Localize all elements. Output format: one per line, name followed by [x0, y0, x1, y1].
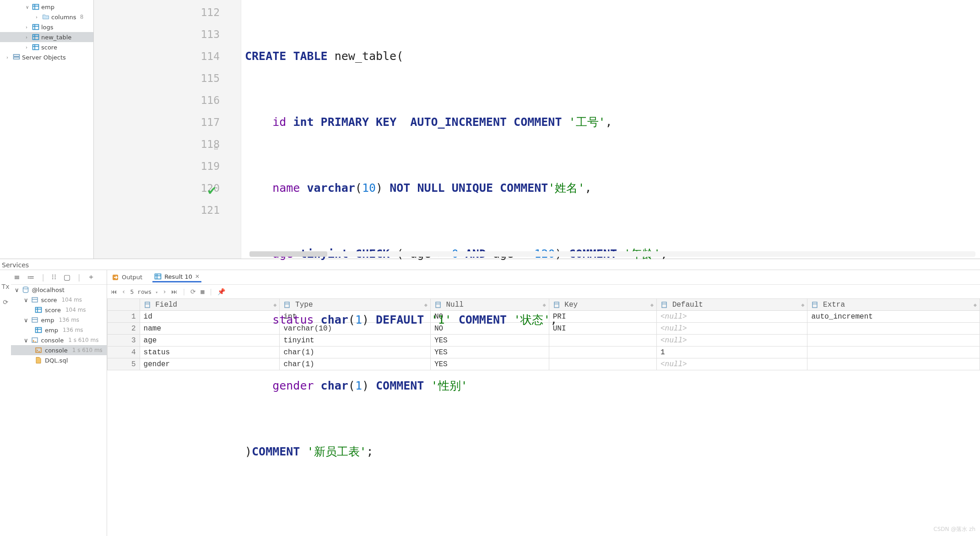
- service-item-emp[interactable]: emp 136 ms: [11, 325, 107, 335]
- chevron-down-icon: ∨: [26, 5, 30, 10]
- col-type[interactable]: Type◆: [280, 299, 430, 311]
- line-number: 117: [94, 111, 220, 133]
- duration: 136 ms: [59, 317, 79, 323]
- collapse-all-icon[interactable]: ≔: [27, 273, 34, 282]
- tab-label: Output: [122, 274, 142, 281]
- last-page-icon[interactable]: ⏭: [171, 288, 178, 295]
- add-icon[interactable]: ＋: [87, 272, 95, 282]
- sort-icon[interactable]: ◆: [650, 302, 654, 309]
- service-label: console: [45, 347, 68, 354]
- datasource-icon: [31, 316, 38, 324]
- next-page-icon[interactable]: ›: [162, 288, 166, 295]
- row-number-header: [108, 299, 140, 311]
- col-null[interactable]: Null◆: [430, 299, 549, 311]
- service-group-score[interactable]: ∨ score 104 ms: [11, 295, 107, 305]
- svg-rect-31: [145, 302, 150, 308]
- chevron-down-icon: ∨: [15, 287, 19, 293]
- svg-rect-13: [14, 57, 20, 59]
- svg-rect-0: [33, 5, 39, 10]
- close-icon[interactable]: ✕: [195, 273, 200, 280]
- row-number: 4: [108, 347, 140, 358]
- editor-horizontal-scrollbar[interactable]: [249, 251, 975, 257]
- svg-rect-41: [812, 302, 817, 308]
- reload-icon[interactable]: ⟳: [190, 288, 196, 295]
- sql-editor[interactable]: 112 113 114 115 116 117 118⊟ 119 120✔ 12…: [94, 0, 980, 259]
- sort-icon[interactable]: ◆: [424, 302, 428, 309]
- chevron-down-icon: ∨: [24, 317, 28, 324]
- tree-item-score[interactable]: › score: [0, 42, 93, 52]
- editor-gutter: 112 113 114 115 116 117 118⊟ 119 120✔ 12…: [94, 0, 241, 259]
- row-number: 5: [108, 358, 140, 370]
- service-label: emp: [41, 317, 54, 324]
- sort-icon[interactable]: ◆: [273, 302, 276, 309]
- columns-count: 8: [80, 14, 84, 20]
- refresh-icon[interactable]: ⟳: [3, 298, 8, 306]
- code-line: CREATE TABLE new_table(: [241, 45, 980, 67]
- col-default[interactable]: Default◆: [657, 299, 807, 311]
- tab-output[interactable]: Output: [110, 273, 144, 282]
- svg-rect-28: [155, 274, 161, 279]
- first-page-icon[interactable]: ⏮: [111, 288, 117, 295]
- chevron-right-icon: ›: [26, 35, 30, 40]
- row-number: 1: [108, 311, 140, 323]
- service-label: score: [45, 307, 61, 314]
- svg-rect-17: [36, 308, 42, 313]
- tree-label: logs: [41, 24, 54, 31]
- fold-close-icon[interactable]: ⊟: [211, 137, 218, 143]
- duration: 104 ms: [61, 297, 82, 303]
- sort-icon[interactable]: ◆: [801, 302, 804, 309]
- column-icon: [144, 301, 151, 309]
- line-number: 116: [94, 89, 220, 111]
- svg-rect-20: [32, 318, 38, 322]
- column-icon: [553, 301, 560, 309]
- tab-layout-icon[interactable]: ▢: [64, 273, 70, 282]
- svg-rect-33: [285, 302, 289, 308]
- service-group-console[interactable]: ∨ console 1 s 610 ms: [11, 335, 107, 345]
- service-host[interactable]: ∨ @localhost: [11, 285, 107, 295]
- console-group-icon: [31, 336, 38, 344]
- service-item-score[interactable]: score 104 ms: [11, 305, 107, 315]
- tree-item-columns[interactable]: › columns 8: [0, 12, 93, 22]
- services-toolbar[interactable]: ≡ ≔ | ⁝⁝ ▢ | ＋: [11, 270, 107, 285]
- sort-icon[interactable]: ◆: [542, 302, 546, 309]
- row-count[interactable]: 5 rows ▾: [130, 288, 158, 295]
- services-side-toolbar: Tx ⟳: [0, 270, 11, 536]
- sort-icon[interactable]: ◆: [974, 302, 977, 309]
- col-extra[interactable]: Extra◆: [807, 299, 980, 311]
- service-item-console[interactable]: console 1 s 610 ms: [11, 345, 107, 355]
- svg-rect-35: [436, 302, 440, 308]
- watermark: CSDN @落水 zh: [933, 525, 975, 533]
- pin-icon[interactable]: 📌: [217, 288, 225, 295]
- code-line: status char(1) DEFAULT '1' COMMENT '状态',: [241, 309, 980, 331]
- statement-ok-icon: ✔: [208, 179, 216, 201]
- tree-item-emp[interactable]: ∨ emp: [0, 2, 93, 12]
- duration: 1 s 610 ms: [72, 347, 103, 353]
- chevron-right-icon: ›: [26, 45, 30, 50]
- editor-content[interactable]: CREATE TABLE new_table( id int PRIMARY K…: [241, 0, 980, 259]
- expand-all-icon[interactable]: ≡: [14, 273, 20, 282]
- tree-item-server-objects[interactable]: › Server Objects: [0, 52, 93, 62]
- svg-rect-22: [36, 328, 42, 333]
- tree-item-new-table[interactable]: › new_table: [0, 32, 93, 42]
- code-line: name varchar(10) NOT NULL UNIQUE COMMENT…: [241, 177, 980, 199]
- prev-page-icon[interactable]: ‹: [122, 288, 125, 295]
- stop-icon[interactable]: ■: [200, 288, 204, 295]
- chevron-down-icon: ∨: [24, 297, 28, 303]
- tab-result[interactable]: Result 10 ✕: [152, 272, 201, 282]
- tree-view-icon[interactable]: ⁝⁝: [52, 273, 56, 282]
- service-label: console: [41, 337, 64, 344]
- service-group-emp[interactable]: ∨ emp 136 ms: [11, 315, 107, 325]
- col-key[interactable]: Key◆: [549, 299, 656, 311]
- services-tree[interactable]: ≡ ≔ | ⁝⁝ ▢ | ＋ ∨ @localhost ∨ score 104 …: [11, 270, 107, 536]
- tree-item-logs[interactable]: › logs: [0, 22, 93, 32]
- col-field[interactable]: Field◆: [140, 299, 280, 311]
- tree-label: columns: [51, 14, 76, 21]
- table-icon: [32, 23, 39, 31]
- line-number: 112: [94, 1, 220, 23]
- line-number: 115: [94, 67, 220, 89]
- database-explorer-tree[interactable]: ∨ emp › columns 8 › logs › new_table › s…: [0, 0, 94, 259]
- chevron-down-icon: ▾: [155, 290, 158, 295]
- filter-icon[interactable]: Tx: [2, 283, 10, 290]
- chevron-right-icon: ›: [36, 15, 40, 20]
- service-item-dql[interactable]: DQL.sql: [11, 355, 107, 365]
